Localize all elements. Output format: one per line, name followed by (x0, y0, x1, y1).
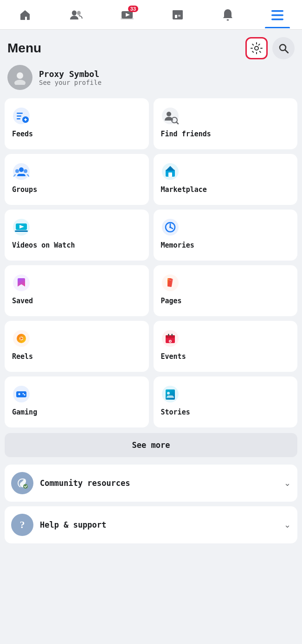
svg-point-13 (255, 46, 258, 50)
svg-rect-10 (271, 10, 283, 12)
svg-point-30 (19, 167, 24, 172)
menu-item-gaming[interactable]: Gaming (5, 376, 149, 427)
svg-rect-20 (17, 115, 21, 117)
menu-item-saved[interactable]: Saved (5, 265, 149, 316)
videos-watch-label: Videos on Watch (12, 241, 75, 249)
svg-point-17 (14, 80, 26, 85)
menu-grid: Feeds Find friends G (5, 98, 297, 433)
chevron-down-icon: ⌄ (284, 520, 291, 530)
svg-rect-21 (17, 118, 20, 120)
profile-sub: See your profile (39, 79, 102, 86)
feeds-icon (12, 107, 31, 125)
videos-watch-icon (12, 218, 31, 236)
saved-label: Saved (12, 297, 33, 305)
watch-badge: 33 (128, 6, 138, 12)
reels-label: Reels (12, 352, 33, 361)
stories-icon (161, 385, 180, 403)
marketplace-nav-icon (171, 8, 184, 25)
profile-info: Proxy Symbol See your profile (39, 69, 102, 86)
svg-rect-53 (166, 335, 175, 338)
groups-icon (12, 162, 31, 181)
help-support-accordion[interactable]: ? Help & support ⌄ (5, 506, 297, 543)
reels-icon (12, 329, 31, 348)
svg-rect-24 (25, 118, 26, 121)
memories-icon (161, 218, 180, 236)
nav-friends[interactable] (63, 5, 90, 29)
menu-item-memories[interactable]: Memories (154, 210, 298, 261)
memories-label: Memories (161, 241, 194, 249)
community-resources-accordion[interactable]: Community resources ⌄ (5, 465, 297, 502)
help-support-label: Help & support (40, 520, 284, 529)
svg-rect-35 (168, 172, 172, 177)
menu-item-videos-on-watch[interactable]: Videos on Watch (5, 210, 149, 261)
menu-item-stories[interactable]: Stories (154, 376, 298, 427)
svg-rect-11 (271, 14, 283, 16)
menu-title: Menu (7, 41, 41, 56)
gear-icon (251, 42, 263, 54)
search-button[interactable] (272, 37, 295, 59)
header-actions (245, 37, 295, 59)
nav-marketplace[interactable] (165, 5, 191, 29)
friends-icon (69, 8, 83, 25)
svg-rect-39 (15, 230, 28, 232)
svg-point-63 (24, 394, 26, 395)
svg-rect-6 (173, 10, 183, 14)
svg-point-9 (226, 19, 229, 21)
menu-item-events[interactable]: Events (154, 321, 298, 372)
find-friends-icon (161, 107, 180, 125)
menu-icon (271, 9, 283, 24)
notifications-icon (222, 8, 234, 25)
nav-home[interactable] (12, 5, 38, 29)
svg-point-26 (167, 112, 171, 116)
menu-item-groups[interactable]: Groups (5, 154, 149, 205)
top-navigation: 33 (0, 0, 302, 30)
menu-item-find-friends[interactable]: Find friends (154, 98, 298, 149)
find-friends-label: Find friends (161, 130, 211, 138)
menu-item-marketplace[interactable]: Marketplace (154, 154, 298, 205)
settings-button[interactable] (245, 37, 268, 59)
groups-label: Groups (12, 185, 37, 194)
svg-rect-4 (121, 18, 134, 19)
menu-item-reels[interactable]: Reels (5, 321, 149, 372)
menu-item-feeds[interactable]: Feeds (5, 98, 149, 149)
community-resources-icon (11, 472, 33, 494)
svg-point-62 (23, 393, 24, 395)
svg-rect-55 (171, 334, 173, 336)
nav-notifications[interactable] (215, 5, 240, 29)
menu-header: Menu (5, 30, 297, 65)
profile-row[interactable]: Proxy Symbol See your profile (5, 65, 297, 98)
marketplace-label: Marketplace (161, 185, 207, 194)
see-more-button[interactable]: See more (5, 433, 297, 457)
pages-label: Pages (161, 297, 182, 305)
svg-rect-8 (178, 15, 180, 17)
feeds-label: Feeds (12, 130, 33, 138)
svg-point-16 (17, 72, 23, 79)
pages-icon (161, 274, 180, 292)
menu-item-pages[interactable]: Pages (154, 265, 298, 316)
nav-watch[interactable]: 33 (114, 5, 140, 29)
gaming-label: Gaming (12, 408, 37, 416)
search-icon (278, 43, 289, 53)
nav-menu[interactable] (265, 6, 290, 28)
svg-rect-19 (17, 113, 23, 114)
svg-point-65 (167, 392, 170, 395)
svg-rect-61 (19, 393, 20, 395)
chevron-down-icon: ⌄ (284, 478, 291, 488)
avatar (7, 65, 32, 90)
svg-point-42 (169, 226, 171, 228)
svg-point-0 (72, 11, 77, 16)
svg-point-31 (15, 169, 19, 173)
marketplace-icon (161, 162, 180, 181)
svg-point-66 (23, 484, 28, 489)
svg-rect-12 (271, 19, 283, 20)
page-content: Menu Proxy Symbol See your profile (0, 30, 302, 543)
saved-icon (12, 274, 31, 292)
community-resources-label: Community resources (40, 478, 284, 488)
profile-name: Proxy Symbol (39, 69, 102, 79)
events-icon (161, 329, 180, 348)
svg-rect-54 (168, 334, 169, 336)
help-support-icon: ? (11, 514, 33, 536)
svg-point-1 (77, 11, 81, 15)
events-label: Events (161, 352, 186, 361)
home-icon (19, 8, 32, 25)
